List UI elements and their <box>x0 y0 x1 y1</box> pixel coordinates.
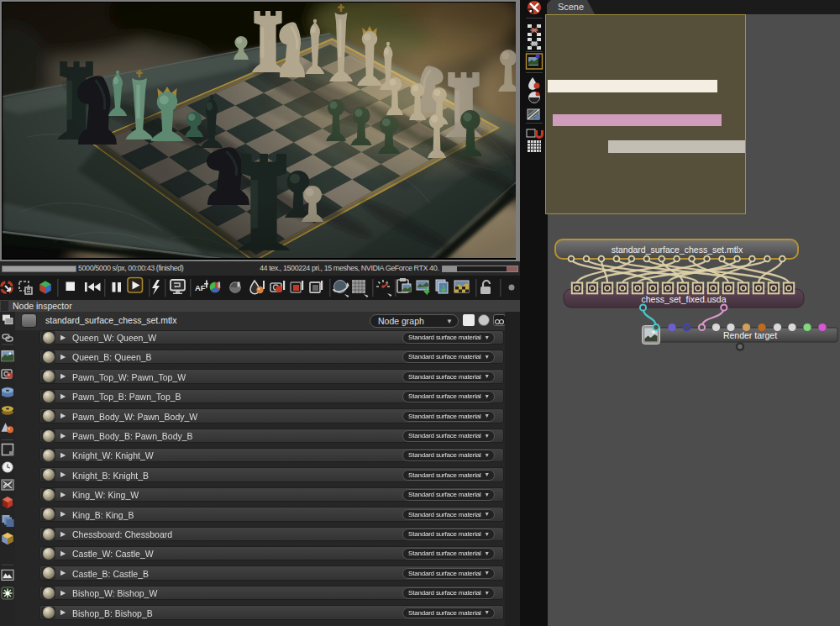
svg-text:standard_surface_chess_set.mtl: standard_surface_chess_set.mtlx <box>612 245 743 255</box>
svg-text:AF: AF <box>195 283 206 292</box>
svg-text:Render target: Render target <box>723 330 777 340</box>
svg-text:chess_set_fixed.usda: chess_set_fixed.usda <box>642 294 727 304</box>
